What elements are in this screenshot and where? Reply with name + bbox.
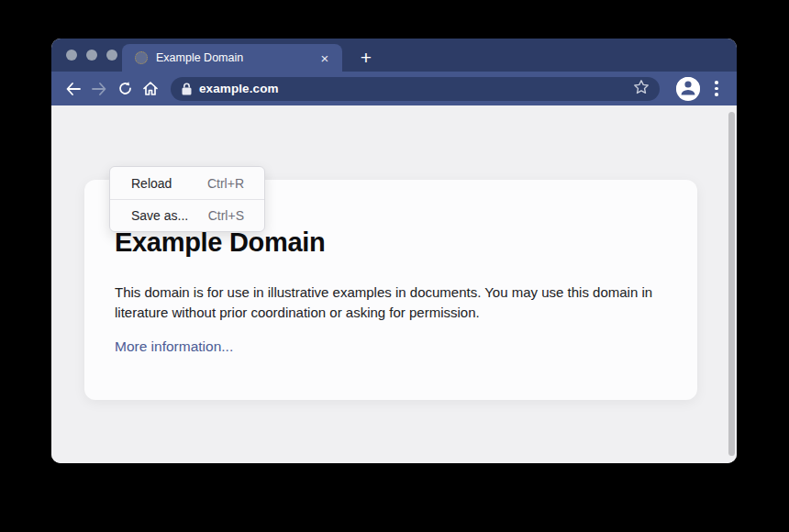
- menu-item-label: Reload: [131, 176, 172, 191]
- new-tab-button[interactable]: +: [354, 46, 378, 70]
- menu-item-shortcut: Ctrl+R: [207, 176, 244, 191]
- bookmark-button[interactable]: [630, 78, 652, 100]
- scrollbar-track[interactable]: [726, 105, 737, 463]
- context-menu-item-save-as[interactable]: Save as... Ctrl+S: [110, 199, 264, 231]
- close-window-button[interactable]: [66, 50, 77, 61]
- back-arrow-icon: [65, 82, 82, 96]
- profile-avatar-button[interactable]: [676, 77, 700, 101]
- scrollbar-thumb[interactable]: [728, 112, 735, 456]
- page-paragraph: This domain is for use in illustrative e…: [115, 283, 656, 323]
- page-viewport: Example Domain This domain is for use in…: [51, 105, 737, 463]
- context-menu: Reload Ctrl+R Save as... Ctrl+S: [109, 166, 265, 232]
- lock-icon: [182, 83, 192, 95]
- person-icon: [676, 77, 700, 101]
- browser-window: Example Domain × +: [51, 39, 737, 463]
- url-text[interactable]: example.com: [199, 82, 630, 95]
- browser-tab[interactable]: Example Domain ×: [122, 44, 342, 72]
- menu-item-shortcut: Ctrl+S: [208, 208, 244, 223]
- tab-favicon-icon: [135, 51, 148, 64]
- reload-icon: [117, 81, 133, 96]
- more-information-link[interactable]: More information...: [115, 338, 233, 355]
- zoom-window-button[interactable]: [106, 50, 117, 61]
- context-menu-item-reload[interactable]: Reload Ctrl+R: [110, 167, 264, 199]
- forward-button[interactable]: [86, 76, 112, 102]
- tab-close-icon[interactable]: ×: [317, 50, 333, 66]
- minimize-window-button[interactable]: [86, 50, 97, 61]
- menu-item-label: Save as...: [131, 208, 188, 223]
- window-controls: [66, 50, 117, 61]
- home-button[interactable]: [138, 76, 163, 102]
- browser-toolbar: example.com: [51, 72, 737, 105]
- home-icon: [142, 81, 159, 96]
- title-bar: Example Domain × +: [51, 39, 737, 72]
- forward-arrow-icon: [91, 82, 107, 96]
- back-button[interactable]: [61, 76, 86, 102]
- reload-button[interactable]: [112, 76, 138, 102]
- browser-menu-button[interactable]: [707, 77, 726, 101]
- address-bar[interactable]: example.com: [171, 77, 660, 101]
- star-icon: [633, 79, 650, 99]
- kebab-menu-icon: [715, 81, 718, 84]
- tab-title: Example Domain: [156, 51, 317, 64]
